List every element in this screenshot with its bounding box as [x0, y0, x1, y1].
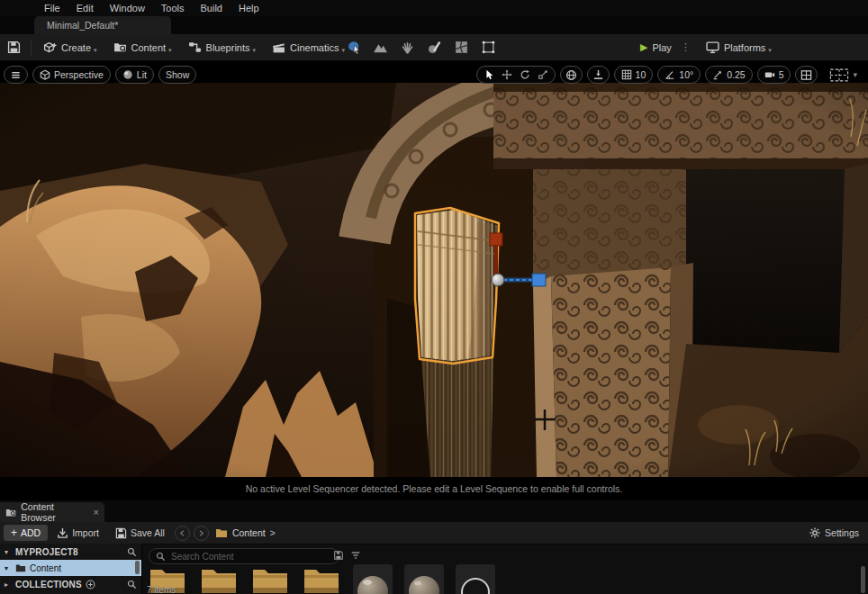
import-icon	[57, 527, 68, 539]
rotation-snap-value: 10°	[679, 69, 693, 80]
content-browser-icon	[5, 507, 16, 518]
fracture-mode-icon	[454, 40, 469, 55]
perspective-selector[interactable]: Perspective	[32, 66, 111, 84]
collections-row[interactable]: ▸ COLLECTIONS	[0, 576, 141, 592]
select-tool-icon[interactable]	[484, 69, 494, 80]
gizmo-handle-x[interactable]	[490, 233, 502, 246]
foliage-mode-button[interactable]	[400, 40, 415, 55]
main-toolbar: Create ▾ Content ▾ Blueprints ▾ Cinemati…	[0, 34, 868, 61]
search-icon[interactable]	[127, 547, 137, 557]
grid-snap-control[interactable]: 10	[614, 66, 654, 84]
settings-button[interactable]: Settings	[809, 527, 868, 538]
select-mode-button[interactable]	[346, 40, 361, 55]
play-icon: ▶	[640, 41, 647, 53]
search-input[interactable]	[169, 551, 332, 562]
close-icon[interactable]: ×	[94, 507, 99, 518]
play-options-kebab-icon[interactable]: ⋮	[677, 41, 694, 53]
asset-material-tile[interactable]	[404, 564, 444, 594]
rotate-tool-icon[interactable]	[520, 69, 530, 80]
sources-scrollbar[interactable]	[135, 561, 140, 574]
add-collection-icon[interactable]	[86, 580, 95, 590]
save-all-label: Save All	[131, 527, 165, 538]
forward-arrow-icon	[197, 529, 205, 537]
chevron-right-icon[interactable]: ▸	[5, 580, 12, 589]
perspective-label: Perspective	[54, 69, 104, 80]
carved-lintel	[493, 83, 868, 169]
level-tab-label: Minimal_Default*	[47, 20, 118, 31]
blueprints-button[interactable]: Blueprints ▾	[180, 38, 264, 58]
folder-icon	[15, 562, 26, 573]
create-cube-icon	[43, 40, 57, 54]
viewport-maximize-button[interactable]: ▾	[822, 66, 864, 84]
search-icon	[156, 552, 166, 562]
content-browser-tab[interactable]: Content Browser ×	[0, 502, 104, 522]
asset-view-scrollbar[interactable]	[861, 566, 865, 593]
asset-folder-tile[interactable]	[250, 564, 290, 594]
save-current-level-button[interactable]	[3, 38, 24, 58]
filter-icon[interactable]	[350, 550, 361, 561]
rotation-snap-control[interactable]: 10°	[657, 66, 701, 84]
camera-speed-control[interactable]: 5	[757, 66, 791, 84]
gizmo-handle-y[interactable]	[532, 274, 546, 286]
save-all-button[interactable]: Save All	[108, 525, 172, 541]
platforms-button[interactable]: Platforms ▾	[698, 38, 780, 58]
import-button[interactable]: Import	[50, 525, 106, 541]
viewport-layout-button[interactable]	[795, 66, 818, 84]
gizmo-uniform-handle[interactable]	[492, 274, 504, 286]
plus-icon: +	[11, 527, 17, 538]
play-button[interactable]: ▶ Play	[632, 38, 674, 58]
mesh-paint-mode-button[interactable]	[427, 40, 442, 55]
view-mode-selector[interactable]: Lit	[115, 66, 154, 84]
breadcrumb-content[interactable]: Content	[232, 527, 266, 538]
viewport-options-button[interactable]	[4, 66, 28, 84]
menu-tools[interactable]: Tools	[153, 0, 193, 16]
content-browser-toolbar: + ADD Import Save All Content >	[0, 522, 868, 544]
asset-folder-tile[interactable]	[302, 564, 341, 594]
back-arrow-icon	[178, 529, 186, 537]
surface-snapping-button[interactable]	[587, 66, 610, 84]
mesh-paint-mode-icon	[427, 40, 442, 55]
forward-button[interactable]	[194, 526, 209, 541]
asset-folder-tile[interactable]	[199, 564, 239, 594]
translate-tool-icon[interactable]	[502, 69, 512, 80]
chevron-down-icon[interactable]: ▾	[5, 564, 12, 572]
scale-snap-value: 0.25	[727, 69, 745, 80]
viewport-scene[interactable]	[0, 83, 868, 477]
menu-edit[interactable]: Edit	[68, 0, 102, 16]
landscape-mode-button[interactable]	[373, 40, 388, 55]
menu-file[interactable]: File	[36, 0, 68, 16]
add-button[interactable]: + ADD	[4, 525, 48, 541]
collections-label: COLLECTIONS	[15, 580, 82, 590]
sources-project-row[interactable]: ▾ MYPROJECT8	[0, 544, 141, 560]
modeling-mode-button[interactable]	[481, 40, 496, 55]
scale-tool-icon[interactable]	[538, 69, 548, 80]
show-label: Show	[166, 69, 189, 80]
menu-build[interactable]: Build	[193, 0, 231, 16]
select-mode-icon	[346, 40, 361, 55]
cinematics-button[interactable]: Cinematics ▾	[264, 38, 353, 58]
tree-item-content[interactable]: ▾ Content	[0, 560, 141, 576]
asset-material-tile[interactable]	[353, 564, 393, 594]
transform-tools-group	[476, 66, 556, 84]
viewport-scene-area[interactable]	[0, 83, 868, 477]
camera-icon	[764, 69, 775, 80]
scale-snap-control[interactable]: 0.25	[705, 66, 752, 84]
chevron-down-icon[interactable]: ▾	[5, 548, 12, 556]
level-viewport[interactable]: Perspective Lit Show	[0, 61, 868, 500]
create-button[interactable]: Create ▾	[35, 38, 105, 58]
save-search-icon[interactable]	[333, 550, 344, 561]
content-drawer-button[interactable]: Content ▾	[105, 38, 180, 58]
selected-static-mesh[interactable]	[415, 208, 499, 364]
show-flags-button[interactable]: Show	[158, 66, 196, 84]
menu-bar: File Edit Window Tools Build Help	[0, 0, 868, 16]
level-tab[interactable]: Minimal_Default*	[34, 16, 171, 34]
search-icon[interactable]	[127, 580, 137, 590]
fracture-mode-button[interactable]	[454, 40, 469, 55]
menu-window[interactable]: Window	[102, 0, 153, 16]
asset-sphere-outline-tile[interactable]	[456, 564, 495, 594]
back-button[interactable]	[175, 526, 190, 541]
menu-help[interactable]: Help	[231, 0, 267, 16]
blueprints-label: Blueprints	[206, 42, 250, 53]
coordinate-space-toggle[interactable]	[560, 66, 583, 84]
content-folder-icon	[113, 40, 127, 54]
